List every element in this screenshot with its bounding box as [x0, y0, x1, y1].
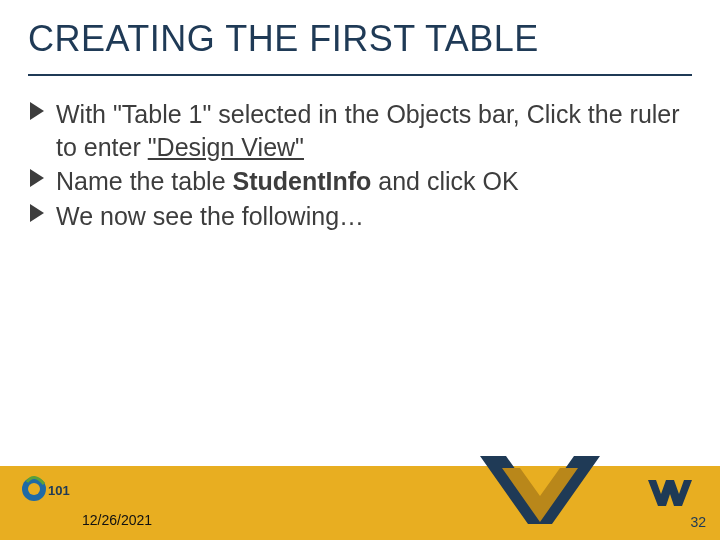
svg-marker-1 [30, 169, 44, 187]
svg-marker-8 [648, 480, 692, 506]
chevron-right-filled-icon [28, 167, 48, 189]
slide-body: With "Table 1" selected in the Objects b… [28, 98, 692, 234]
slide: CREATING THE FIRST TABLE With "Table 1" … [0, 0, 720, 540]
bullet-text-emph: "Design View" [148, 133, 304, 161]
svg-point-6 [28, 483, 40, 495]
bullet-text-emph: StudentInfo [233, 167, 372, 195]
chevron-right-filled-icon [28, 100, 48, 122]
svg-text:101: 101 [48, 483, 70, 498]
svg-marker-0 [30, 102, 44, 120]
chevron-right-filled-icon [28, 202, 48, 224]
bullet-item: With "Table 1" selected in the Objects b… [28, 98, 692, 163]
footer-chevron-icon [480, 456, 600, 540]
bullet-text-pre: Name the table [56, 167, 233, 195]
svg-marker-2 [30, 204, 44, 222]
slide-title: CREATING THE FIRST TABLE [28, 18, 539, 60]
wvu-flying-wv-icon [648, 478, 692, 508]
bullet-item: We now see the following… [28, 200, 692, 233]
footer-date: 12/26/2021 [82, 512, 152, 528]
course-101-logo-icon: 101 [22, 474, 70, 504]
bullet-text-pre: We now see the following… [56, 202, 364, 230]
page-number: 32 [690, 514, 706, 530]
bullet-text-post: and click OK [371, 167, 518, 195]
title-underline [28, 74, 692, 76]
bullet-item: Name the table StudentInfo and click OK [28, 165, 692, 198]
footer-band [0, 466, 720, 540]
